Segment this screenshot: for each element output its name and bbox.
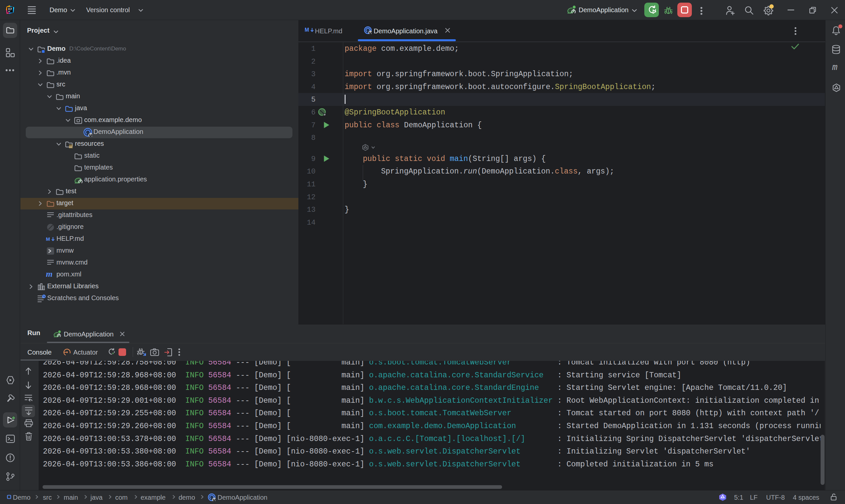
svg-text:M: M: [305, 27, 309, 33]
svg-text:M: M: [46, 236, 50, 242]
